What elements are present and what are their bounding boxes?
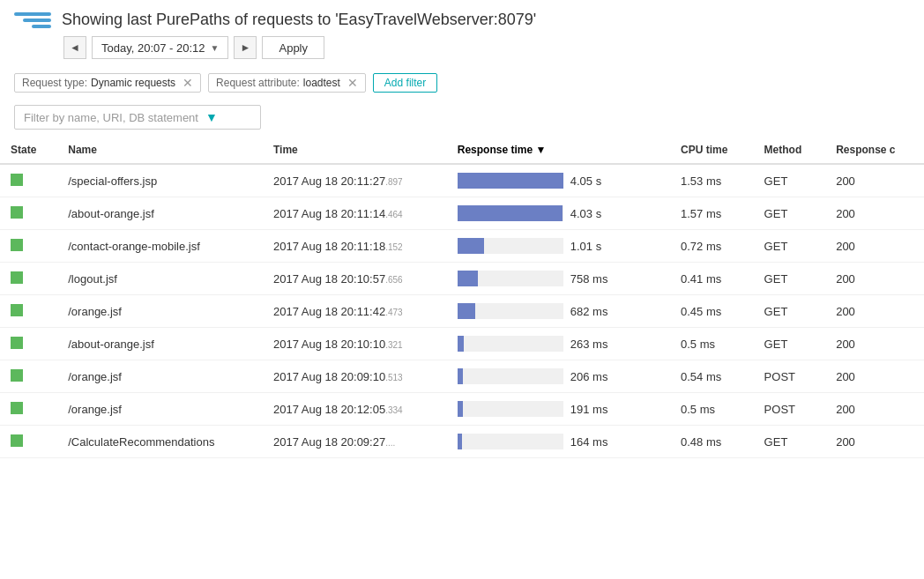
add-filter-button[interactable]: Add filter xyxy=(373,73,437,93)
request-name[interactable]: /special-offers.jsp xyxy=(57,164,263,197)
http-method: GET xyxy=(754,230,826,263)
col-time[interactable]: Time xyxy=(263,137,447,164)
state-indicator xyxy=(11,434,23,447)
bar-fill xyxy=(458,238,484,254)
table-row[interactable]: /orange.jsf2017 Aug 18 20:09:10.513206 m… xyxy=(0,360,924,393)
col-name[interactable]: Name xyxy=(57,137,263,164)
prev-button[interactable]: ◄ xyxy=(63,36,86,59)
request-name[interactable]: /about-orange.jsf xyxy=(57,328,263,360)
state-indicator xyxy=(11,304,23,316)
response-bar xyxy=(458,303,563,319)
response-time-value: 191 ms xyxy=(570,403,619,416)
state-indicator xyxy=(11,271,23,284)
bar-fill xyxy=(458,205,563,221)
col-response-time[interactable]: Response time ▼ xyxy=(447,137,670,164)
response-time-value: 1.01 s xyxy=(570,240,619,253)
table-header-row: State Name Time Response time ▼ CPU time… xyxy=(0,137,924,164)
next-button[interactable]: ► xyxy=(234,36,257,59)
request-time: 2017 Aug 18 20:11:18.152 xyxy=(263,230,447,263)
filters-row: Request type: Dynamic requests ✕ Request… xyxy=(0,68,924,98)
response-code: 200 xyxy=(825,197,924,230)
state-indicator xyxy=(11,206,23,219)
table-row[interactable]: /contact-orange-mobile.jsf2017 Aug 18 20… xyxy=(0,230,924,263)
table-row[interactable]: /logout.jsf2017 Aug 18 20:10:57.656758 m… xyxy=(0,263,924,295)
response-time-cell: 191 ms xyxy=(447,393,670,425)
http-method: GET xyxy=(754,263,826,295)
table-row[interactable]: /orange.jsf2017 Aug 18 20:12:05.334191 m… xyxy=(0,393,924,426)
filter-attr-val: loadtest xyxy=(303,77,340,89)
response-code: 200 xyxy=(825,360,924,393)
response-time-cell: 682 ms xyxy=(447,295,670,327)
cpu-time-value: 1.57 ms xyxy=(670,197,754,230)
request-name[interactable]: /orange.jsf xyxy=(57,295,263,328)
cpu-time-value: 0.5 ms xyxy=(670,393,754,426)
response-time-cell: 758 ms xyxy=(447,263,670,294)
response-bar xyxy=(458,336,563,352)
table-row[interactable]: /about-orange.jsf2017 Aug 18 20:10:10.32… xyxy=(0,328,924,360)
response-time-value: 206 ms xyxy=(570,370,619,383)
state-indicator xyxy=(11,337,23,349)
state-indicator xyxy=(11,369,23,382)
filter-request-attr: Request attribute: loadtest ✕ xyxy=(208,73,366,93)
request-time: 2017 Aug 18 20:09:10.513 xyxy=(263,360,447,393)
response-code: 200 xyxy=(825,393,924,426)
http-method: GET xyxy=(754,328,826,360)
request-time: 2017 Aug 18 20:09:27.... xyxy=(263,426,447,458)
cpu-time-value: 0.5 ms xyxy=(670,328,754,360)
response-bar xyxy=(458,271,563,286)
table-row[interactable]: /special-offers.jsp2017 Aug 18 20:11:27.… xyxy=(0,164,924,197)
cpu-time-value: 0.54 ms xyxy=(670,360,754,393)
col-cpu-time[interactable]: CPU time xyxy=(670,137,754,164)
response-time-value: 682 ms xyxy=(570,305,619,318)
request-name[interactable]: /CalculateRecommendations xyxy=(57,426,263,458)
apply-button[interactable]: Apply xyxy=(262,36,324,59)
search-box[interactable]: Filter by name, URI, DB statement ▼ xyxy=(14,105,261,130)
response-time-cell: 206 ms xyxy=(447,360,670,392)
remove-filter-attr[interactable]: ✕ xyxy=(347,77,358,89)
bar-fill xyxy=(458,173,563,189)
http-method: GET xyxy=(754,197,826,230)
cpu-time-value: 0.45 ms xyxy=(670,295,754,328)
request-time: 2017 Aug 18 20:11:42.473 xyxy=(263,295,447,328)
table-row[interactable]: /orange.jsf2017 Aug 18 20:11:42.473682 m… xyxy=(0,295,924,328)
bar-fill xyxy=(458,434,462,449)
bar-fill xyxy=(458,303,475,319)
cpu-time-value: 0.41 ms xyxy=(670,263,754,295)
cpu-time-value: 0.48 ms xyxy=(670,426,754,458)
http-method: POST xyxy=(754,393,826,426)
response-time-value: 4.03 s xyxy=(570,207,619,220)
remove-filter-type[interactable]: ✕ xyxy=(183,77,193,89)
response-bar xyxy=(458,434,563,449)
cpu-time-value: 0.72 ms xyxy=(670,230,754,263)
table-container: State Name Time Response time ▼ CPU time… xyxy=(0,137,924,458)
app-logo xyxy=(14,12,51,28)
page-header: Showing last PurePaths of requests to 'E… xyxy=(0,0,924,36)
state-indicator xyxy=(11,402,23,414)
bar-fill xyxy=(458,271,478,286)
col-method[interactable]: Method xyxy=(754,137,826,164)
response-time-cell: 164 ms xyxy=(447,426,670,457)
response-time-cell: 263 ms xyxy=(447,328,670,360)
response-time-cell: 1.01 s xyxy=(447,230,670,262)
request-time: 2017 Aug 18 20:10:10.321 xyxy=(263,328,447,360)
response-time-value: 758 ms xyxy=(570,272,619,286)
request-name[interactable]: /contact-orange-mobile.jsf xyxy=(57,230,263,263)
request-name[interactable]: /logout.jsf xyxy=(57,263,263,295)
http-method: POST xyxy=(754,360,826,393)
date-range-label: Today, 20:07 - 20:12 xyxy=(101,41,205,55)
filter-type-val: Dynamic requests xyxy=(91,77,175,89)
response-bar xyxy=(458,238,563,254)
request-time: 2017 Aug 18 20:10:57.656 xyxy=(263,263,447,295)
request-name[interactable]: /about-orange.jsf xyxy=(57,197,263,230)
state-indicator xyxy=(11,239,23,251)
col-response-code[interactable]: Response c xyxy=(825,137,924,164)
table-row[interactable]: /about-orange.jsf2017 Aug 18 20:11:14.46… xyxy=(0,197,924,230)
request-name[interactable]: /orange.jsf xyxy=(57,360,263,393)
date-range-button[interactable]: Today, 20:07 - 20:12 ▼ xyxy=(92,36,228,59)
response-time-value: 4.05 s xyxy=(570,174,619,188)
bar-fill xyxy=(458,401,463,417)
request-name[interactable]: /orange.jsf xyxy=(57,393,263,426)
response-bar xyxy=(458,205,563,221)
table-row[interactable]: /CalculateRecommendations2017 Aug 18 20:… xyxy=(0,426,924,458)
response-time-cell: 4.05 s xyxy=(447,165,670,197)
